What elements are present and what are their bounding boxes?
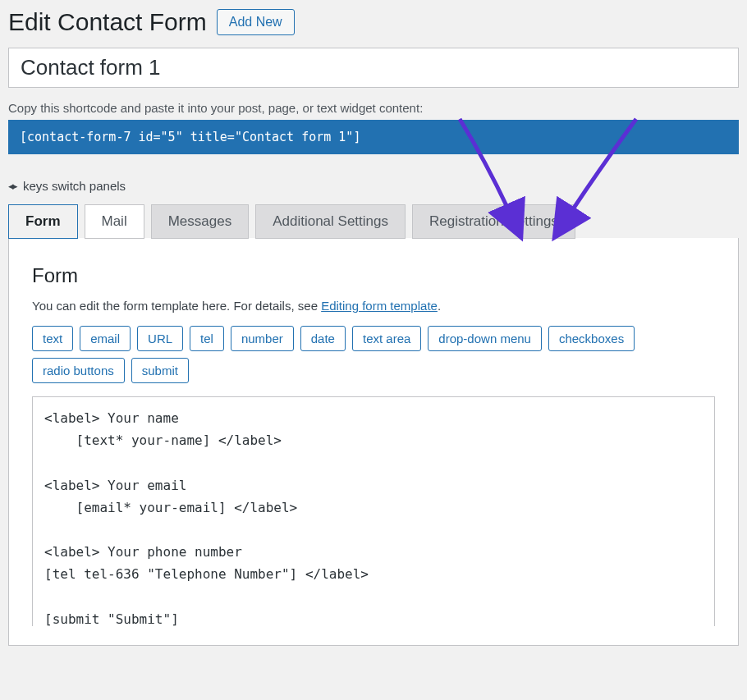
- panel-description: You can edit the form template here. For…: [32, 299, 715, 313]
- shortcode-label: Copy this shortcode and paste it into yo…: [8, 101, 739, 115]
- shortcode-box[interactable]: [contact-form-7 id="5" title="Contact fo…: [8, 120, 739, 154]
- tag-radio[interactable]: radio buttons: [32, 358, 125, 383]
- form-title-input[interactable]: [8, 48, 739, 88]
- tabs: Form Mail Messages Additional Settings R…: [8, 204, 739, 239]
- tag-tel[interactable]: tel: [190, 326, 224, 351]
- panel-desc-text: You can edit the form template here. For…: [32, 299, 321, 313]
- tag-textarea[interactable]: text area: [352, 326, 421, 351]
- tab-form[interactable]: Form: [8, 204, 78, 239]
- tag-email[interactable]: email: [80, 326, 131, 351]
- add-new-button[interactable]: Add New: [217, 9, 295, 35]
- tab-mail[interactable]: Mail: [85, 204, 144, 239]
- tag-dropdown[interactable]: drop-down menu: [428, 326, 542, 351]
- panel-heading: Form: [32, 264, 715, 287]
- tag-checkboxes[interactable]: checkboxes: [548, 326, 635, 351]
- tag-number[interactable]: number: [231, 326, 294, 351]
- tab-messages[interactable]: Messages: [151, 204, 249, 239]
- tab-additional-settings[interactable]: Additional Settings: [255, 204, 406, 239]
- arrows-icon: ◂▸: [8, 180, 16, 192]
- keys-switch-hint: ◂▸ keys switch panels: [8, 179, 739, 193]
- tag-url[interactable]: URL: [137, 326, 183, 351]
- page-title: Edit Contact Form: [8, 8, 207, 36]
- form-panel: Form You can edit the form template here…: [8, 238, 739, 646]
- tag-submit[interactable]: submit: [131, 358, 189, 383]
- tag-date[interactable]: date: [300, 326, 346, 351]
- form-template-textarea[interactable]: [32, 396, 715, 626]
- panel-desc-suffix: .: [438, 299, 441, 313]
- keys-hint-text: keys switch panels: [23, 179, 126, 193]
- tag-text[interactable]: text: [32, 326, 73, 351]
- tag-generator-row: text email URL tel number date text area…: [32, 326, 715, 383]
- tab-registration-settings[interactable]: Registration Settings: [412, 204, 575, 239]
- editing-template-link[interactable]: Editing form template: [321, 299, 438, 313]
